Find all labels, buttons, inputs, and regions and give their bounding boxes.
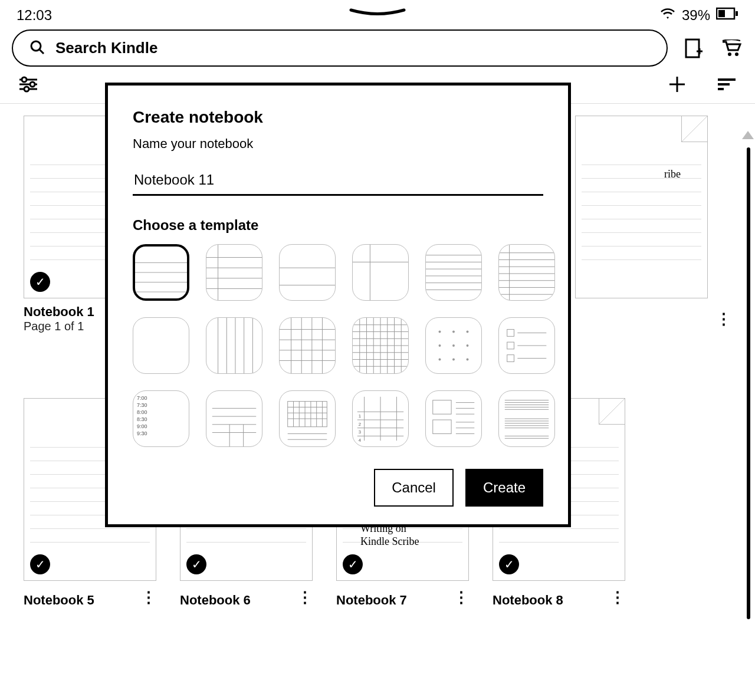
dialog-title: Create notebook	[133, 108, 543, 127]
svg-rect-88	[507, 355, 514, 362]
create-notebook-dialog: Create notebook Name your notebook Choos…	[105, 83, 571, 527]
more-icon[interactable]: ⋮	[297, 589, 313, 607]
svg-rect-5	[686, 40, 699, 57]
template-storyboard[interactable]	[425, 390, 482, 447]
svg-text:4: 4	[359, 438, 362, 443]
template-cross[interactable]	[352, 244, 409, 301]
svg-rect-1	[718, 10, 725, 17]
create-button[interactable]: Create	[465, 469, 543, 507]
svg-point-80	[467, 344, 469, 347]
svg-point-76	[452, 331, 455, 333]
template-lined-narrow-margin[interactable]	[498, 244, 555, 301]
notebook-title: Notebook 7	[336, 593, 407, 608]
notebook-name-input[interactable]	[133, 169, 543, 196]
battery-percent: 39%	[682, 7, 710, 24]
sort-icon[interactable]	[715, 73, 738, 96]
svg-point-13	[30, 82, 35, 87]
template-two-lines[interactable]	[279, 244, 336, 301]
scrollbar[interactable]	[747, 147, 750, 619]
template-music[interactable]	[498, 390, 555, 447]
wifi-icon	[659, 7, 676, 24]
template-table[interactable]	[206, 390, 262, 447]
svg-point-79	[452, 344, 455, 347]
clock: 12:03	[17, 7, 52, 24]
svg-point-78	[439, 344, 441, 347]
search-bar[interactable]	[12, 29, 668, 67]
more-icon[interactable]: ⋮	[454, 589, 469, 607]
notebook-title: Notebook 6	[180, 593, 251, 608]
check-icon: ✓	[499, 554, 519, 574]
check-icon: ✓	[30, 554, 50, 574]
search-input[interactable]	[55, 39, 650, 57]
template-schedule[interactable]: 7:00 7:30 8:00 8:30 9:00 9:30	[133, 390, 189, 447]
scroll-up-arrow-icon[interactable]	[742, 131, 754, 139]
svg-line-4	[40, 50, 44, 54]
svg-point-75	[439, 331, 441, 333]
svg-point-9	[735, 52, 738, 56]
notebook-title: Notebook 5	[24, 593, 94, 608]
svg-text:2: 2	[359, 422, 361, 427]
notebook-title: Notebook 8	[493, 593, 563, 608]
svg-rect-84	[507, 330, 514, 337]
filter-icon[interactable]	[17, 73, 40, 96]
template-grid-large[interactable]	[279, 317, 336, 374]
more-icon[interactable]: ⋮	[610, 589, 625, 607]
check-icon: ✓	[186, 554, 206, 574]
check-icon: ✓	[343, 554, 363, 574]
svg-point-8	[728, 52, 731, 56]
battery-icon	[716, 7, 738, 24]
template-lined-narrow[interactable]	[425, 244, 482, 301]
svg-text:3: 3	[359, 429, 362, 435]
template-checklist[interactable]	[498, 317, 555, 374]
svg-point-11	[22, 77, 27, 82]
add-icon[interactable]	[665, 73, 689, 96]
template-lined-wide[interactable]	[133, 244, 189, 301]
svg-point-83	[467, 359, 469, 361]
more-icon[interactable]: ⋮	[141, 589, 156, 607]
svg-rect-119	[433, 400, 451, 415]
template-dots[interactable]	[425, 317, 482, 374]
drag-handle-icon[interactable]	[348, 8, 407, 20]
svg-point-82	[452, 359, 455, 361]
svg-point-77	[467, 331, 469, 333]
svg-rect-86	[507, 342, 514, 349]
handwriting: ribe	[664, 168, 681, 180]
template-columns[interactable]	[206, 317, 262, 374]
template-blank[interactable]	[133, 317, 189, 374]
more-icon[interactable]: ⋮	[716, 310, 731, 328]
search-icon	[29, 40, 45, 57]
svg-point-81	[439, 359, 441, 361]
notebook-add-icon[interactable]	[682, 37, 705, 60]
cancel-button[interactable]: Cancel	[374, 469, 454, 507]
choose-template-label: Choose a template	[133, 217, 543, 234]
template-lined-margin-top[interactable]	[206, 244, 262, 301]
template-grid: 7:00 7:30 8:00 8:30 9:00 9:30 1234	[133, 244, 543, 447]
name-label: Name your notebook	[133, 136, 543, 152]
svg-point-15	[24, 87, 29, 91]
template-numbered-grid[interactable]: 1234	[352, 390, 409, 447]
template-grid-small[interactable]	[352, 317, 409, 374]
header	[0, 26, 755, 67]
svg-rect-2	[736, 11, 738, 16]
cart-icon[interactable]	[720, 37, 743, 60]
svg-rect-120	[433, 420, 451, 434]
template-calendar[interactable]	[279, 390, 336, 447]
handwriting: Kindle Scribe	[360, 535, 419, 548]
notebook-thumbnail: ribe	[575, 116, 708, 298]
check-icon: ✓	[30, 272, 50, 292]
svg-text:1: 1	[359, 413, 361, 419]
svg-point-3	[31, 41, 41, 51]
